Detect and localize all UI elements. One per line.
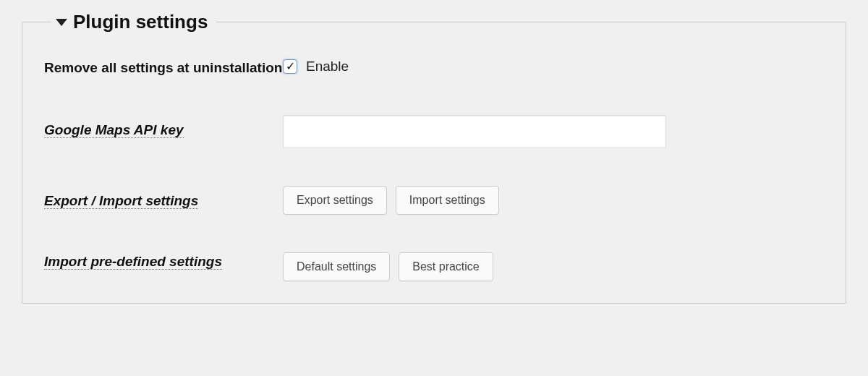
enable-checkbox-label: Enable: [306, 59, 349, 74]
predefined-label: Import pre-defined settings: [44, 254, 222, 270]
row-predefined: Import pre-defined settings Default sett…: [44, 252, 824, 281]
legend-text: Plugin settings: [73, 11, 208, 33]
export-import-label: Export / Import settings: [44, 193, 198, 209]
default-settings-button[interactable]: Default settings: [283, 252, 390, 281]
row-remove-settings: Remove all settings at uninstallation ✓ …: [44, 59, 824, 77]
fieldset-legend[interactable]: Plugin settings: [51, 11, 216, 33]
enable-checkbox[interactable]: ✓: [283, 59, 297, 74]
check-icon: ✓: [286, 61, 295, 72]
row-api-key: Google Maps API key: [44, 115, 824, 148]
api-key-label: Google Maps API key: [44, 122, 184, 138]
plugin-settings-fieldset: Plugin settings Remove all settings at u…: [22, 22, 846, 304]
best-practice-button[interactable]: Best practice: [399, 252, 493, 281]
chevron-down-icon: [56, 19, 67, 26]
import-settings-button[interactable]: Import settings: [396, 186, 499, 215]
remove-settings-label: Remove all settings at uninstallation: [44, 59, 283, 77]
export-settings-button[interactable]: Export settings: [283, 186, 387, 215]
api-key-input[interactable]: [283, 115, 666, 148]
row-export-import: Export / Import settings Export settings…: [44, 186, 824, 215]
